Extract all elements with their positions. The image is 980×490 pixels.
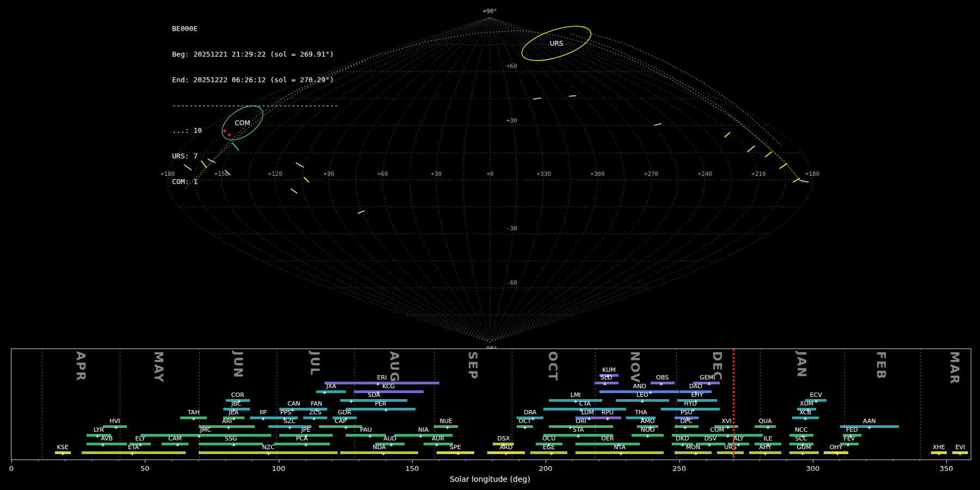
shower-peak-marker: + [646, 433, 650, 439]
shower-label: RPU [602, 409, 614, 415]
month-label: MAR [948, 351, 961, 385]
shower-label: PPS [280, 409, 291, 415]
shower-label: ARI [222, 418, 232, 424]
meteor-trail [654, 124, 661, 125]
shower-peak-marker: + [304, 433, 308, 439]
shower-peak-marker: + [691, 407, 695, 413]
count-sporadic: ...: 10 [172, 126, 338, 135]
shower-peak-marker: + [131, 450, 134, 456]
ra-tick-label: +210 [751, 170, 766, 177]
shower-peak-marker: + [801, 450, 804, 456]
shower-peak-marker: + [232, 407, 235, 413]
shower-label: EVI [955, 444, 965, 450]
grid-meridian [490, 17, 732, 342]
info-separator: --------------------------------------- [172, 101, 338, 110]
shower-peak-marker: + [694, 398, 697, 404]
shower-peak-marker: + [390, 442, 393, 448]
shower-label: LMI [571, 392, 581, 398]
current-sol-line [733, 349, 734, 460]
month-label: MAY [152, 351, 166, 383]
meteor-trail [534, 98, 541, 99]
axis-tick-label: 150 [405, 464, 419, 473]
shower-label: MON [686, 444, 700, 450]
month-label: OCT [546, 351, 560, 382]
shower-peak-marker: + [96, 433, 99, 439]
shower-peak-marker: + [531, 415, 535, 421]
shower-label: ECV [810, 392, 822, 398]
shower-peak-marker: + [419, 433, 422, 439]
shower-peak-marker: + [176, 442, 179, 448]
shower-peak-marker: + [737, 442, 740, 448]
shower-peak-marker: + [766, 424, 769, 430]
month-label: JAN [795, 351, 808, 378]
shower-peak-marker: + [344, 415, 347, 421]
meteor-trail [358, 211, 364, 213]
shower-bar [340, 451, 418, 454]
shower-label: XHE [933, 444, 945, 450]
shower-label: NZC [262, 444, 274, 450]
shower-label: AUR [432, 436, 444, 442]
shower-peak-marker: + [435, 442, 438, 448]
month-label: SEP [466, 351, 480, 380]
shower-peak-marker: + [101, 442, 105, 448]
shower-label: ERI [377, 375, 387, 381]
shower-peak-marker: + [937, 450, 940, 456]
month-label: NOV [628, 351, 642, 384]
grid-meridian [490, 17, 705, 342]
shower-peak-marker: + [502, 442, 505, 448]
shower-peak-marker: + [726, 424, 730, 430]
shower-peak-marker: + [847, 442, 850, 448]
shower-label: AND [633, 383, 646, 389]
shower-bar [274, 443, 330, 445]
shower-peak-marker: + [620, 450, 623, 456]
shower-label: XVI [721, 418, 731, 424]
shower-label: FAN [311, 401, 322, 407]
shower-label: LEO [636, 392, 648, 398]
axis-tick-label: 350 [940, 464, 953, 473]
shower-peak-marker: + [291, 407, 294, 413]
axis-tick-label: 50 [140, 464, 150, 473]
shower-label: DKD [676, 436, 689, 442]
shower-peak-marker: + [384, 407, 388, 413]
shower-label: ELY [135, 436, 145, 442]
shower-label: PAU [360, 427, 372, 433]
shower-label: NDA [373, 444, 386, 450]
shower-label: DSX [497, 436, 510, 442]
shower-label: QUA [758, 418, 771, 424]
shower-bar [316, 390, 346, 393]
shower-label: THA [635, 409, 647, 415]
shower-label: DRA [524, 409, 536, 415]
shower-label: OBS [656, 375, 669, 381]
shower-peak-marker: + [707, 381, 710, 387]
shower-peak-marker: + [226, 424, 230, 430]
observation-begin: Beg: 20251221 21:29:22 (sol = 269.91°) [172, 50, 338, 59]
shower-peak-marker: + [344, 424, 347, 430]
shower-peak-marker: + [261, 415, 265, 421]
shower-label: IIP [260, 409, 267, 415]
station-id: BE000E [172, 24, 338, 33]
month-gridline [354, 349, 355, 460]
shower-bar [717, 451, 744, 454]
shower-peak-marker: + [304, 442, 308, 448]
meteor-trail [800, 180, 808, 182]
shower-peak-marker: + [61, 450, 64, 456]
dec-tick-label: +60 [506, 63, 517, 70]
shower-label: NCC [795, 427, 808, 433]
shower-label: SSG [225, 436, 237, 442]
shower-label: JXA [326, 383, 336, 389]
ra-tick-label: +30 [431, 170, 442, 177]
shower-peak-marker: + [804, 415, 807, 421]
shower-peak-marker: + [197, 433, 200, 439]
shower-label: OHY [830, 444, 843, 450]
shower-peak-marker: + [801, 433, 804, 439]
grid-meridian [383, 17, 490, 342]
shower-peak-marker: + [505, 450, 508, 456]
shower-bar [675, 451, 712, 454]
shower-peak-marker: + [138, 442, 142, 448]
shower-peak-marker: + [659, 381, 663, 387]
meteor-trail [780, 164, 787, 168]
shower-bar [319, 425, 362, 428]
shower-label: PER [375, 401, 386, 407]
shower-label: ETA [128, 444, 139, 450]
month-label: APR [74, 351, 88, 382]
